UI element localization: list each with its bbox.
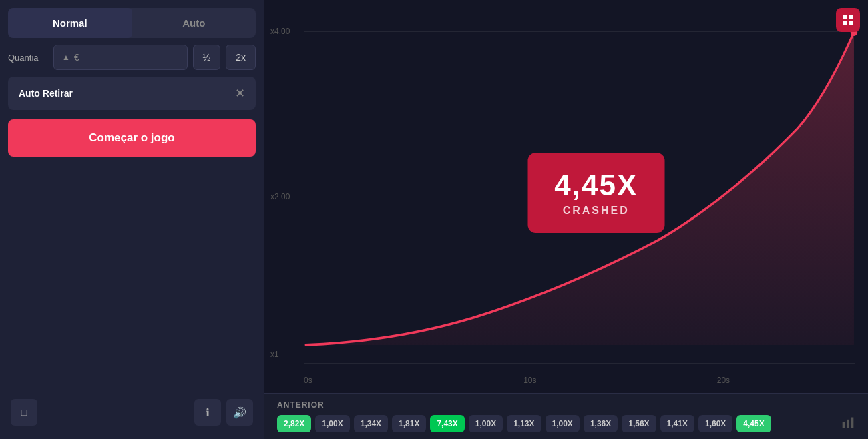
previous-bar: ANTERIOR 2,82X1,00X1,34X1,81X7,43X1,00X1… xyxy=(264,393,868,439)
result-badge: 1,56X xyxy=(622,415,656,432)
auto-withdraw-label: Auto Retirar xyxy=(19,88,73,99)
result-badge: 1,13X xyxy=(507,415,541,432)
chart-container: x4,00 x2,00 x1 0s 10s 20s xyxy=(264,0,868,393)
start-game-button[interactable]: Começar o jogo xyxy=(8,119,256,157)
results-container: 2,82X1,00X1,34X1,81X7,43X1,00X1,13X1,00X… xyxy=(277,415,771,432)
result-badge: 1,34X xyxy=(354,415,388,432)
spacer xyxy=(8,163,256,387)
crash-popup: 4,45X CRASHED xyxy=(527,153,664,233)
bar-chart-svg xyxy=(841,416,855,429)
result-badge: 1,60X xyxy=(698,415,732,432)
amount-label: Quantia xyxy=(8,53,48,63)
sound-button[interactable]: 🔊 xyxy=(226,399,253,426)
chart-area: x4,00 x2,00 x1 0s 10s 20s xyxy=(264,0,868,393)
svg-rect-4 xyxy=(849,21,853,25)
amount-input-wrapper: ▲ € xyxy=(53,45,188,70)
amount-row: Quantia ▲ € ½ 2x xyxy=(8,45,256,70)
result-badge: 1,41X xyxy=(660,415,694,432)
result-badge: 7,43X xyxy=(430,415,464,432)
double-button[interactable]: 2x xyxy=(226,45,256,70)
rocket-icon-wrapper xyxy=(836,8,860,32)
result-badge: 1,36X xyxy=(584,415,618,432)
result-badge: 1,00X xyxy=(315,415,349,432)
crash-label: CRASHED xyxy=(554,205,638,217)
auto-withdraw-close-button[interactable]: ✕ xyxy=(235,86,245,101)
fullscreen-button[interactable]: □ xyxy=(11,399,37,426)
results-list: 2,82X1,00X1,34X1,81X7,43X1,00X1,13X1,00X… xyxy=(277,415,855,432)
crash-multiplier: 4,45X xyxy=(554,169,638,202)
svg-rect-5 xyxy=(843,422,845,428)
mode-toggle: Normal Auto xyxy=(8,8,256,38)
main-content: Normal Auto Quantia ▲ € ½ 2x Auto Retira… xyxy=(0,0,868,439)
normal-mode-button[interactable]: Normal xyxy=(8,8,132,38)
auto-mode-button[interactable]: Auto xyxy=(132,8,256,38)
svg-rect-1 xyxy=(843,15,847,19)
result-badge: 1,00X xyxy=(546,415,580,432)
half-button[interactable]: ½ xyxy=(193,45,221,70)
info-button[interactable]: ℹ xyxy=(194,399,221,426)
info-icon: ℹ xyxy=(206,406,210,419)
auto-withdraw-row: Auto Retirar ✕ xyxy=(8,77,256,110)
left-panel: Normal Auto Quantia ▲ € ½ 2x Auto Retira… xyxy=(0,0,264,439)
svg-rect-6 xyxy=(847,419,849,428)
result-badge: 1,81X xyxy=(392,415,426,432)
result-badge: 2,82X xyxy=(277,415,311,432)
arrow-up-icon: ▲ xyxy=(62,53,70,62)
rocket-icon xyxy=(841,13,855,27)
svg-rect-3 xyxy=(843,21,847,25)
bar-chart-icon[interactable] xyxy=(841,416,855,432)
bottom-icons-row: □ ℹ 🔊 xyxy=(8,394,256,431)
svg-rect-2 xyxy=(849,15,853,19)
fullscreen-icon: □ xyxy=(21,407,27,418)
svg-rect-7 xyxy=(851,417,853,428)
result-badge: 1,00X xyxy=(469,415,503,432)
sound-icon: 🔊 xyxy=(233,406,246,419)
euro-symbol: € xyxy=(74,52,79,63)
previous-label: ANTERIOR xyxy=(277,400,855,410)
result-badge: 4,45X xyxy=(736,415,771,432)
